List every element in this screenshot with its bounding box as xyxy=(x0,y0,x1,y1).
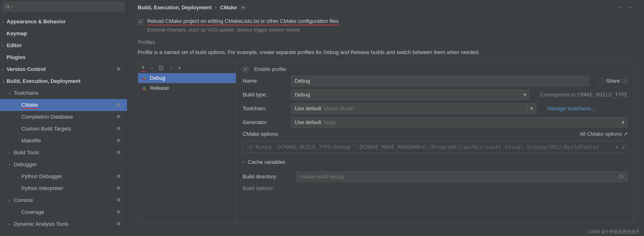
profile-entry-label: Release xyxy=(150,85,169,91)
chevron-right-icon: › xyxy=(8,91,13,96)
cmake-icon xyxy=(141,86,147,91)
copy-profile-button[interactable]: ⿻ xyxy=(159,65,164,71)
build-type-label: Build type: xyxy=(243,92,286,98)
breadcrumb-leaf: CMake xyxy=(220,5,237,11)
settings-search-input[interactable]: ▾ xyxy=(3,2,124,12)
chevron-right-icon: › xyxy=(8,150,13,155)
project-scope-icon xyxy=(116,67,121,72)
remove-profile-button[interactable]: − xyxy=(150,65,154,71)
reload-cmake-label: Reload CMake project on editing CMakeLis… xyxy=(147,18,339,26)
project-scope-icon xyxy=(116,186,121,191)
share-label: Share xyxy=(606,78,620,84)
sidebar-item-label: Toolchains xyxy=(14,90,38,96)
sidebar-item-build-tools[interactable]: ›Build Tools xyxy=(0,147,127,159)
sidebar-item-dynamic-analysis-tools[interactable]: ›Dynamic Analysis Tools xyxy=(0,218,127,230)
add-profile-button[interactable]: + xyxy=(141,64,145,72)
sidebar-item-debugger[interactable]: ›Debugger xyxy=(0,159,127,170)
chevron-right-icon: › xyxy=(8,198,13,203)
scope-gear-icon[interactable] xyxy=(240,5,246,11)
search-icon xyxy=(6,4,10,9)
project-scope-icon xyxy=(116,126,121,131)
profile-entry-release[interactable]: Release xyxy=(138,83,236,93)
sidebar-item-custom-build-targets[interactable]: Custom Build Targets xyxy=(0,123,127,135)
reload-cmake-checkbox[interactable]: ✓ xyxy=(138,19,144,25)
sidebar-item-makefile[interactable]: Makefile xyxy=(0,135,127,147)
build-directory-label: Build directory: xyxy=(243,174,290,180)
sidebar-item-build-execution-deployment[interactable]: ⌄Build, Execution, Deployment xyxy=(0,75,127,87)
sidebar-item-cmake[interactable]: CMake xyxy=(0,99,127,111)
profile-name-input[interactable]: Debug xyxy=(291,76,589,86)
sidebar-item-appearance-behavior[interactable]: ›Appearance & Behavior xyxy=(0,16,127,28)
chevron-right-icon: › xyxy=(2,67,7,72)
chevron-right-icon[interactable]: › xyxy=(243,159,244,165)
sidebar-item-label: Dynamic Analysis Tools xyxy=(14,221,68,227)
manage-toolchains-link[interactable]: Manage toolchains... xyxy=(547,106,596,112)
sidebar-item-label: Compilation Database xyxy=(22,114,73,120)
cmake-icon xyxy=(141,76,147,81)
sidebar-item-python-debugger[interactable]: Python Debugger xyxy=(0,170,127,182)
cmake-options-label: CMake options: xyxy=(243,131,279,137)
project-scope-icon xyxy=(116,102,121,108)
profile-entry-label: Debug xyxy=(150,75,165,81)
generator-select[interactable]: Use default Ninja ▾ xyxy=(291,117,628,128)
profiles-section-desc: Profile is a named set of build options.… xyxy=(127,46,644,56)
sidebar-item-python-interpreter[interactable]: Python Interpreter xyxy=(0,182,127,194)
sidebar-item-label: Editor xyxy=(7,42,22,49)
chevron-right-icon: › xyxy=(2,19,7,24)
move-down-button[interactable]: ▼ xyxy=(178,66,181,70)
sidebar-item-label: Custom Build Targets xyxy=(22,126,71,132)
toolchain-select[interactable]: Use default Visual Studio ▾ xyxy=(291,103,536,114)
cache-variables-label[interactable]: Cache variables xyxy=(248,159,285,165)
settings-main: Build, Execution, Deployment › CMake ← →… xyxy=(127,0,644,236)
sidebar-item-toolchains[interactable]: ›Toolchains xyxy=(0,87,127,99)
sidebar-item-label: Appearance & Behavior xyxy=(7,19,66,25)
sidebar-item-console[interactable]: ›Console xyxy=(0,194,127,206)
chevron-right-icon: › xyxy=(8,162,13,167)
enable-profile-checkbox[interactable]: ✓ xyxy=(243,66,248,72)
sidebar-item-compilation-database[interactable]: Compilation Database xyxy=(0,111,127,123)
name-label: Name: xyxy=(243,78,286,84)
share-checkbox[interactable] xyxy=(598,78,604,84)
project-scope-icon xyxy=(116,174,121,179)
divider xyxy=(288,162,628,162)
chevron-down-icon: ⌄ xyxy=(2,79,7,84)
share-help-icon[interactable]: ? xyxy=(622,78,628,84)
project-scope-icon xyxy=(116,138,121,143)
sidebar-item-label: Build Tools xyxy=(14,150,39,156)
reload-cmake-hint: External changes, such as VCS update, al… xyxy=(127,26,644,33)
sidebar-item-label: Makefile xyxy=(22,138,41,144)
expand-field-icon[interactable]: ⤢ xyxy=(621,144,626,150)
sidebar-item-plugins[interactable]: Plugins xyxy=(0,52,127,63)
nav-back-button[interactable]: ← xyxy=(617,4,624,12)
sidebar-item-label: Debugger xyxy=(14,161,37,168)
insert-macro-icon[interactable]: + xyxy=(615,144,618,150)
build-type-select[interactable]: Debug ▾ xyxy=(291,90,530,100)
sidebar-item-label: Console xyxy=(14,197,33,203)
sidebar-item-version-control[interactable]: ›Version Control xyxy=(0,63,127,75)
profile-toolbar: + − ⿻ ▲ ▼ xyxy=(138,62,236,73)
settings-tree: ›Appearance & BehaviorKeymap›EditorPlugi… xyxy=(0,13,127,236)
breadcrumb-separator: › xyxy=(215,5,216,11)
sidebar-item-coverage[interactable]: Coverage xyxy=(0,206,127,218)
cmake-options-input[interactable]: -G Ninja -DCMAKE_BUILD_TYPE=Debug "-DCMA… xyxy=(243,141,628,153)
all-cmake-options-link[interactable]: All CMake options ↗ xyxy=(580,131,628,137)
project-scope-icon xyxy=(116,114,121,120)
chevron-down-icon: ▾ xyxy=(520,90,529,100)
toolchain-label: Toolchain: xyxy=(243,106,286,112)
breadcrumb-root: Build, Execution, Deployment xyxy=(138,5,212,11)
chevron-right-icon: › xyxy=(2,43,7,48)
sidebar-item-keymap[interactable]: Keymap xyxy=(0,28,127,40)
folder-icon[interactable]: 🗀 xyxy=(619,174,624,180)
chevron-down-icon: ▾ xyxy=(527,104,536,114)
sidebar-item-label: Version Control xyxy=(7,66,46,72)
build-directory-input[interactable]: cmake-build-debug 🗀 xyxy=(296,171,628,182)
project-scope-icon xyxy=(116,209,121,215)
sidebar-item-editor[interactable]: ›Editor xyxy=(0,40,127,52)
chevron-right-icon: › xyxy=(8,222,13,227)
nav-forward-button[interactable]: → xyxy=(627,4,634,12)
enable-profile-label: Enable profile xyxy=(254,66,286,72)
profile-entry-debug[interactable]: Debug xyxy=(138,73,236,83)
move-up-button[interactable]: ▲ xyxy=(170,66,173,70)
profile-detail: ✓ Enable profile Name: Debug Share ? Bu xyxy=(236,62,634,223)
chevron-down-icon: ▾ xyxy=(618,117,627,127)
